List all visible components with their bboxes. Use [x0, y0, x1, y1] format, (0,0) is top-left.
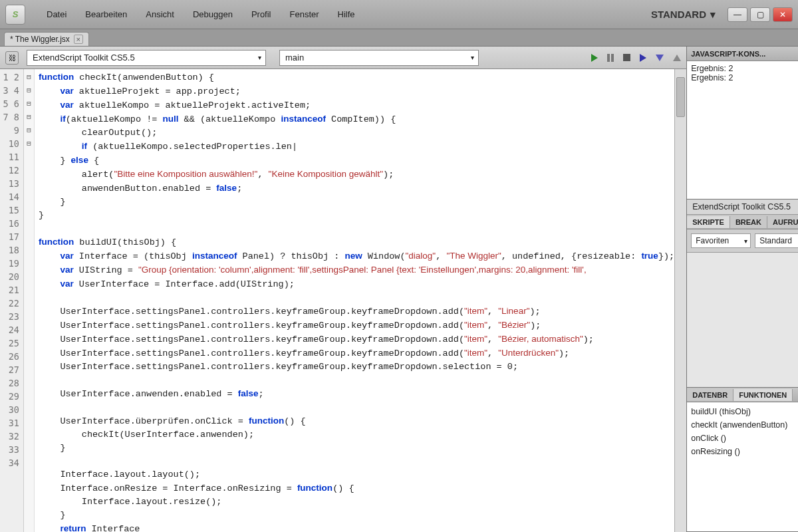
function-item[interactable]: onClick ()	[691, 432, 798, 445]
tab-aufru[interactable]: AUFRU	[767, 216, 798, 228]
tab-datenbr[interactable]: DATENBR	[687, 389, 733, 401]
fold-column[interactable]: ⊟ ⊟ ⊟ ⊟ ⊟ ⊟	[24, 69, 35, 532]
close-tab-icon[interactable]: ×	[74, 35, 83, 44]
tab-funktionen[interactable]: FUNKTIONEN	[733, 389, 793, 401]
editor-pane: ⛓ ExtendScript Toolkit CS5.5▾ main▾ 1 2 …	[0, 47, 687, 532]
step-out-button[interactable]	[673, 55, 681, 61]
menu-profil[interactable]: Profil	[242, 5, 281, 23]
functions-tabs: DATENBRFUNKTIONEN▾≡	[687, 388, 798, 402]
tab-break[interactable]: BREAK	[730, 216, 767, 228]
run-button[interactable]	[591, 54, 598, 62]
step-in-button[interactable]	[640, 54, 646, 62]
pause-button[interactable]	[607, 54, 614, 62]
menu-ansicht[interactable]: Ansicht	[136, 5, 184, 23]
document-tabbar: * The Wiggler.jsx ×	[0, 29, 798, 47]
code-editor[interactable]: 1 2 3 4 5 6 7 8 9 10 11 12 13 14 15 16 1…	[0, 69, 686, 532]
file-tab[interactable]: * The Wiggler.jsx ×	[4, 32, 89, 46]
tab-skripte[interactable]: SKRIPTE	[687, 216, 730, 228]
chevron-down-icon: ▾	[258, 54, 261, 61]
menubar: S DateiBearbeitenAnsichtDebuggenProfilFe…	[0, 0, 798, 29]
code-text[interactable]: function checkIt(anwendenButton) { var a…	[35, 69, 674, 532]
standard-dropdown[interactable]: Standard▾	[755, 233, 798, 248]
target-row: ExtendScript Toolkit CS5.5	[687, 200, 798, 215]
menu-datei[interactable]: Datei	[37, 5, 76, 23]
console-line: Ergebnis: 2	[691, 64, 798, 73]
console-output: Ergebnis: 2Ergebnis: 2	[687, 61, 798, 199]
function-item[interactable]: checkIt (anwendenButton)	[691, 418, 798, 432]
chevron-down-icon: ▾	[710, 9, 716, 21]
menu-bearbeiten[interactable]: Bearbeiten	[76, 5, 136, 23]
menu-fenster[interactable]: Fenster	[281, 5, 329, 23]
scripts-tabs: SKRIPTEBREAKAUFRU▾≡	[687, 215, 798, 229]
file-tab-label: * The Wiggler.jsx	[10, 35, 70, 44]
console-line: Ergebnis: 2	[691, 73, 798, 82]
menu-hilfe[interactable]: Hilfe	[329, 5, 364, 23]
target-app-dropdown[interactable]: ExtendScript Toolkit CS5.5▾	[27, 50, 266, 66]
line-gutter: 1 2 3 4 5 6 7 8 9 10 11 12 13 14 15 16 1…	[0, 69, 24, 532]
window-controls: — ▢ ✕	[728, 7, 793, 22]
console-panel-header[interactable]: JAVASCRIPT-KONS...▾≡	[687, 47, 798, 61]
stop-button[interactable]	[623, 54, 630, 61]
maximize-button[interactable]: ▢	[750, 7, 770, 22]
minimize-button[interactable]: —	[728, 7, 747, 22]
scripts-list[interactable]	[687, 253, 798, 387]
close-button[interactable]: ✕	[773, 7, 793, 22]
editor-toolbar: ⛓ ExtendScript Toolkit CS5.5▾ main▾	[0, 47, 686, 69]
side-pane: JAVASCRIPT-KONS...▾≡ Ergebnis: 2Ergebnis…	[687, 47, 798, 532]
function-item[interactable]: buildUI (thisObj)	[691, 405, 798, 418]
step-over-button[interactable]	[656, 55, 664, 61]
favorites-dropdown[interactable]: Favoriten▾	[691, 233, 751, 248]
chevron-down-icon: ▾	[471, 54, 474, 61]
functions-list[interactable]: buildUI (thisObj)checkIt (anwendenButton…	[687, 402, 798, 531]
menu-debuggen[interactable]: Debuggen	[184, 5, 242, 23]
function-item[interactable]: onResizing ()	[691, 445, 798, 458]
vertical-scrollbar[interactable]	[674, 69, 686, 532]
context-dropdown[interactable]: main▾	[279, 50, 479, 66]
link-icon[interactable]: ⛓	[5, 51, 19, 65]
workspace-switcher[interactable]: STANDARD▾	[646, 6, 721, 23]
app-icon: S	[5, 5, 25, 25]
